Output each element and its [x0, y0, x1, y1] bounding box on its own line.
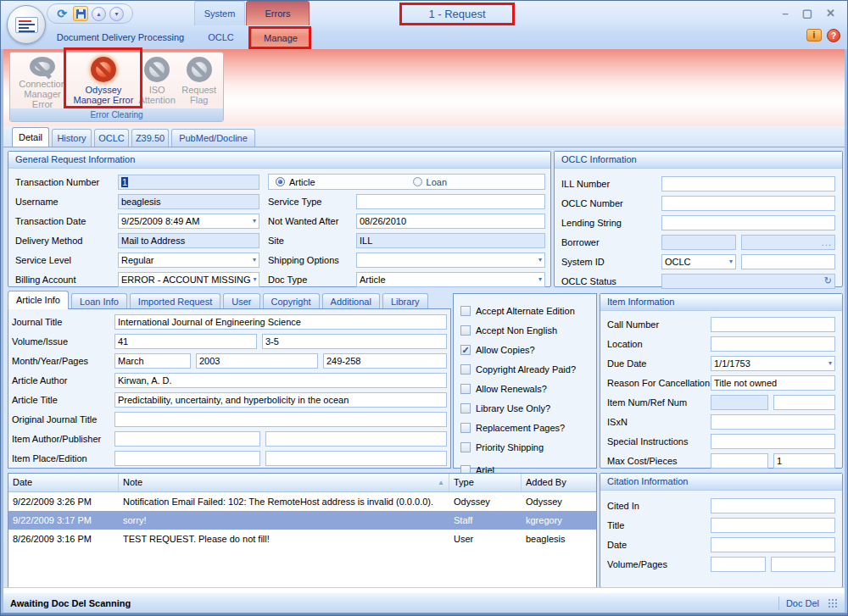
article-author-input[interactable]: Kirwan, A. D. — [114, 373, 447, 388]
tab-oclc[interactable]: OCLC — [94, 129, 129, 147]
checkbox-accept-alternate-edition[interactable]: Accept Alternate Edition — [460, 301, 591, 320]
pages-input[interactable]: 249-258 — [323, 353, 447, 369]
tab-z3950[interactable]: Z39.50 — [131, 129, 169, 147]
ellipsis-button[interactable]: ... — [822, 237, 832, 247]
system-id-dropdown[interactable]: OCLC▾ — [661, 254, 736, 269]
tab-library[interactable]: Library — [382, 293, 428, 309]
about-info-icon[interactable]: i — [806, 29, 822, 42]
item-place-input[interactable] — [114, 451, 260, 466]
request-flag-button[interactable]: Request Flag — [178, 53, 220, 109]
billing-account-dropdown[interactable]: ERROR - ACCOUNT MISSING▾ — [118, 272, 259, 287]
transaction-date-dropdown[interactable]: 9/25/2009 8:49 AM▾ — [118, 214, 259, 229]
contextual-group-errors[interactable]: Errors — [246, 1, 310, 25]
article-title-input[interactable]: Predictability, uncertainty, and hyperbo… — [114, 392, 447, 408]
column-header-type[interactable]: Type — [449, 474, 522, 491]
citation-date-input[interactable] — [711, 537, 835, 552]
radio-article[interactable]: Article — [276, 177, 315, 187]
oclc-status-field[interactable]: ↻ — [661, 274, 835, 289]
borrower-lookup-field[interactable]: ... — [741, 235, 835, 250]
citation-volume-input[interactable] — [711, 557, 766, 572]
lending-string-input[interactable] — [661, 215, 835, 230]
borrower-field[interactable] — [661, 235, 736, 250]
radio-loan[interactable]: Loan — [413, 177, 447, 187]
delivery-method-field[interactable]: Mail to Address — [118, 233, 259, 248]
dropdown-arrow-icon[interactable]: ▾ — [536, 275, 542, 283]
tab-imported-request[interactable]: Imported Request — [130, 293, 220, 309]
item-edition-input[interactable] — [265, 451, 447, 466]
refresh-status-icon[interactable]: ↻ — [824, 275, 832, 286]
resize-grip[interactable] — [828, 598, 838, 608]
ribbon-tab-manage[interactable]: Manage — [251, 26, 310, 49]
refresh-button[interactable]: ⟳ — [54, 6, 70, 21]
username-field[interactable]: beaglesis — [118, 194, 259, 209]
close-button[interactable]: ✕ — [826, 7, 835, 20]
year-input[interactable]: 2003 — [196, 353, 318, 369]
checkbox-accept-non-english[interactable]: Accept Non English — [460, 320, 591, 340]
shipping-options-dropdown[interactable]: ▾ — [356, 253, 545, 268]
ribbon-tab-oclc[interactable]: OCLC — [197, 26, 245, 49]
tab-user[interactable]: User — [223, 293, 259, 309]
site-field[interactable]: ILL — [356, 233, 545, 248]
dropdown-arrow-icon[interactable]: ▾ — [727, 258, 733, 265]
call-number-input[interactable] — [711, 317, 835, 332]
contextual-group-system[interactable]: System — [194, 1, 245, 25]
previous-request-button[interactable]: ▲ — [92, 7, 106, 21]
item-num-field[interactable] — [711, 395, 768, 410]
application-menu-button[interactable] — [7, 5, 46, 44]
checkbox-allow-renewals[interactable]: Allow Renewals? — [460, 379, 591, 398]
oclc-number-input[interactable] — [661, 196, 835, 211]
column-header-date[interactable]: Date — [8, 474, 119, 491]
column-header-added-by[interactable]: Added By — [522, 474, 596, 491]
transaction-number-field[interactable]: 1 — [118, 175, 259, 190]
isxn-input[interactable] — [711, 414, 835, 430]
column-header-note[interactable]: Note▲ — [119, 474, 449, 491]
tab-detail[interactable]: Detail — [12, 127, 49, 147]
dropdown-arrow-icon[interactable]: ▾ — [826, 359, 832, 367]
checkbox-library-use-only[interactable]: Library Use Only? — [460, 398, 591, 418]
tab-history[interactable]: History — [52, 129, 92, 147]
system-id-input[interactable] — [741, 254, 835, 269]
dropdown-arrow-icon[interactable]: ▾ — [251, 275, 257, 283]
location-input[interactable] — [711, 336, 835, 352]
odyssey-manager-error-button[interactable]: Odyssey Manager Error — [71, 53, 136, 109]
connection-manager-error-button[interactable]: Connection Manager Error — [14, 53, 71, 109]
dropdown-arrow-icon[interactable]: ▾ — [250, 217, 256, 225]
save-button[interactable] — [73, 6, 88, 21]
minimize-button[interactable]: – — [783, 7, 789, 20]
issue-input[interactable]: 3-5 — [262, 334, 447, 349]
original-journal-title-input[interactable] — [114, 412, 447, 427]
item-author-input[interactable] — [114, 431, 260, 447]
tab-pubmed-docline[interactable]: PubMed/Docline — [171, 129, 255, 147]
table-row[interactable]: 8/26/2009 3:16 PM TEST REQUEST. Please d… — [8, 530, 596, 548]
citation-title-input[interactable] — [711, 518, 835, 533]
help-icon[interactable]: ? — [827, 29, 840, 42]
journal-title-input[interactable]: International Journal of Engineering Sci… — [114, 314, 447, 330]
table-row[interactable]: 9/22/2009 3:17 PM sorry! Staff kgregory — [8, 511, 596, 530]
service-type-input[interactable] — [356, 194, 545, 209]
checkbox-priority-shipping[interactable]: Priority Shipping — [460, 437, 591, 457]
volume-input[interactable]: 41 — [114, 334, 257, 349]
checkbox-copyright-already-paid[interactable]: Copyright Already Paid? — [460, 359, 591, 379]
dropdown-arrow-icon[interactable]: ▾ — [250, 256, 256, 264]
max-cost-input[interactable] — [711, 453, 768, 469]
table-row[interactable]: 9/22/2009 3:26 PM Notification Email Fai… — [8, 492, 596, 511]
dropdown-arrow-icon[interactable]: ▾ — [536, 256, 542, 264]
doc-type-dropdown[interactable]: Article▾ — [356, 272, 545, 287]
service-level-dropdown[interactable]: Regular▾ — [118, 253, 259, 268]
iso-attention-button[interactable]: ISO Attention — [136, 53, 179, 109]
maximize-button[interactable]: ▢ — [802, 7, 812, 20]
not-wanted-after-input[interactable]: 08/26/2010 — [356, 214, 545, 229]
reason-for-cancellation-input[interactable]: Title not owned — [711, 375, 835, 391]
checkbox-replacement-pages[interactable]: Replacement Pages? — [460, 418, 591, 437]
tab-loan-info[interactable]: Loan Info — [71, 293, 127, 309]
ref-num-input[interactable] — [773, 395, 835, 410]
cited-in-input[interactable] — [711, 498, 835, 513]
due-date-dropdown[interactable]: 1/1/1753▾ — [711, 356, 835, 371]
tab-copyright[interactable]: Copyright — [263, 293, 320, 309]
tab-article-info[interactable]: Article Info — [8, 291, 69, 309]
pieces-input[interactable]: 1 — [773, 453, 835, 469]
tab-additional[interactable]: Additional — [322, 293, 380, 309]
month-input[interactable]: March — [114, 353, 191, 369]
checkbox-allow-copies[interactable]: Allow Copies? — [460, 340, 591, 359]
item-publisher-input[interactable] — [265, 431, 447, 447]
